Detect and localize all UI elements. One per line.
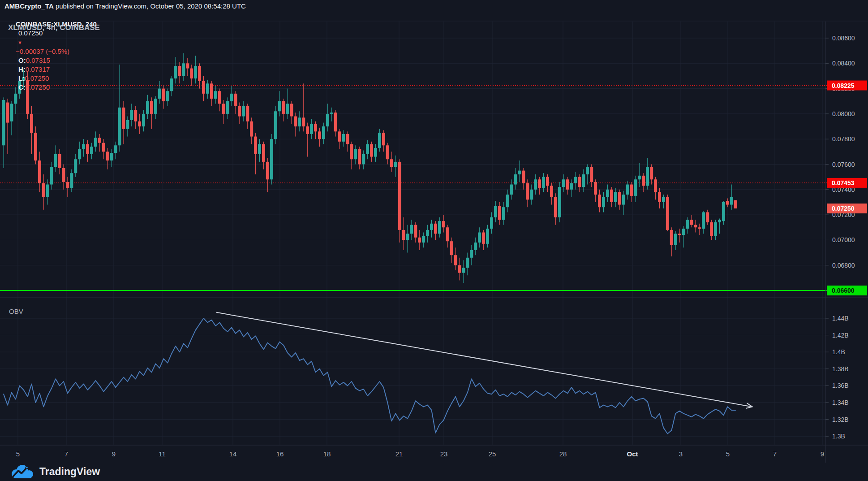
svg-text:0.07250: 0.07250	[832, 205, 855, 212]
time-label: 18	[323, 450, 331, 458]
arrowhead	[746, 407, 752, 408]
low-label: L:	[18, 74, 25, 82]
time-label: 16	[276, 450, 284, 458]
tradingview-published-chart: 0.086000.084000.082000.080000.078000.076…	[0, 0, 868, 481]
time-label: 7	[64, 450, 68, 458]
svg-text:1.38B: 1.38B	[832, 365, 849, 373]
tradingview-logo-icon[interactable]	[10, 464, 36, 479]
svg-text:1.32B: 1.32B	[832, 416, 849, 423]
price-change: −0.00037 (−0.5%)	[16, 48, 69, 55]
publish-info: AMBCrypto_TA published on TradingView.co…	[4, 2, 246, 11]
time-label: 5	[726, 450, 730, 458]
author-name: AMBCrypto_TA	[4, 2, 54, 10]
time-axis[interactable]: 5791114161821232528Oct3579	[16, 450, 824, 458]
svg-text:0.08000: 0.08000	[832, 110, 855, 117]
close-value: 0.07250	[26, 83, 50, 91]
time-label: Oct	[627, 450, 638, 458]
obv-axis[interactable]: 1.44B1.42B1.4B1.38B1.36B1.34B1.32B1.3B	[825, 315, 849, 440]
close-label: C:	[18, 83, 26, 91]
time-label: 9	[112, 450, 116, 458]
obv-indicator-label: OBV	[9, 308, 23, 315]
svg-text:0.06800: 0.06800	[832, 262, 855, 269]
low-value: 0.07250	[25, 74, 49, 82]
tradingview-brand[interactable]: TradingView	[39, 466, 100, 478]
symbol-ohlc-row: COINBASE:XLMUSD, 240 0.07250 ▼ −0.00037 …	[4, 11, 246, 101]
time-label: 14	[229, 450, 237, 458]
svg-text:1.4B: 1.4B	[832, 348, 845, 355]
high-label: H:	[18, 65, 26, 73]
time-label: 23	[440, 450, 448, 458]
svg-text:0.08600: 0.08600	[832, 35, 855, 42]
snapshot-header: AMBCrypto_TA published on TradingView.co…	[4, 2, 246, 101]
obv-trendline	[216, 312, 752, 408]
open-value: 0.07315	[26, 56, 50, 64]
time-label: 5	[16, 450, 20, 458]
high-value: 0.07317	[26, 65, 50, 73]
svg-text:1.3B: 1.3B	[832, 433, 845, 440]
svg-text:1.36B: 1.36B	[832, 382, 849, 389]
time-label: 11	[159, 450, 166, 458]
time-label: 25	[489, 450, 496, 458]
price-axis[interactable]: 0.086000.084000.082000.080000.078000.076…	[825, 35, 855, 294]
time-label: 21	[395, 450, 403, 458]
time-label: 9	[821, 450, 824, 458]
publish-text: published on TradingView.com, October 05…	[54, 2, 246, 10]
svg-text:1.44B: 1.44B	[832, 315, 849, 322]
svg-text:1.34B: 1.34B	[832, 399, 849, 406]
symbol-interval: COINBASE:XLMUSD, 240	[16, 20, 97, 28]
svg-text:0.06600: 0.06600	[832, 287, 855, 294]
time-label: 7	[773, 450, 777, 458]
svg-text:0.07600: 0.07600	[832, 161, 855, 168]
svg-text:0.08400: 0.08400	[832, 60, 855, 67]
svg-text:0.07800: 0.07800	[832, 135, 855, 143]
tradingview-attribution[interactable]: TradingView	[10, 464, 100, 480]
down-arrow-icon: ▼	[17, 40, 22, 45]
time-label: 3	[679, 450, 683, 458]
svg-text:0.07453: 0.07453	[832, 179, 855, 186]
obv-line-series	[4, 318, 735, 434]
open-label: O:	[18, 56, 26, 64]
svg-text:0.08225: 0.08225	[832, 82, 855, 89]
svg-text:0.07000: 0.07000	[832, 236, 855, 243]
svg-text:1.42B: 1.42B	[832, 332, 849, 339]
time-label: 28	[559, 450, 567, 458]
last-price: 0.07250	[18, 29, 43, 37]
